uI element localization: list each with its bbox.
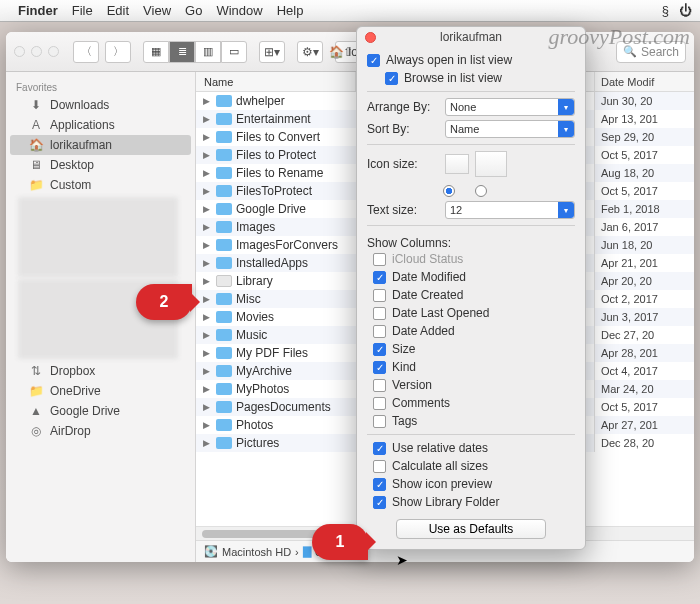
textsize-select[interactable]: 12▾ — [445, 201, 575, 219]
disclosure-icon[interactable]: ▶ — [200, 312, 212, 322]
disclosure-icon[interactable]: ▶ — [200, 348, 212, 358]
disclosure-icon[interactable]: ▶ — [200, 276, 212, 286]
item-name: PagesDocuments — [236, 400, 356, 414]
sidebar-label: AirDrop — [50, 424, 91, 438]
col-date-added-checkbox[interactable] — [373, 325, 386, 338]
close-icon[interactable] — [365, 32, 376, 43]
col-date-created-checkbox[interactable] — [373, 289, 386, 302]
close-icon[interactable] — [14, 46, 25, 57]
disclosure-icon[interactable]: ▶ — [200, 366, 212, 376]
disclosure-icon[interactable]: ▶ — [200, 204, 212, 214]
date-cell: Apr 21, 201 — [594, 254, 694, 272]
disclosure-icon[interactable]: ▶ — [200, 438, 212, 448]
disclosure-icon[interactable]: ▶ — [200, 168, 212, 178]
menu-file[interactable]: File — [72, 3, 93, 18]
disclosure-icon[interactable]: ▶ — [200, 186, 212, 196]
sidebar-item-dropbox[interactable]: ⇅Dropbox — [10, 361, 191, 381]
view-gallery[interactable]: ▭ — [221, 41, 247, 63]
sidebar-label: Downloads — [50, 98, 109, 112]
opt-show-library-folder-checkbox[interactable] — [373, 496, 386, 509]
iconsize-label: Icon size: — [367, 157, 439, 171]
view-switcher: ▦ ≣ ▥ ▭ — [143, 41, 247, 63]
menuextra-1[interactable]: § — [662, 3, 669, 18]
disclosure-icon[interactable]: ▶ — [200, 132, 212, 142]
sidebar-item-lorikaufman[interactable]: 🏠lorikaufman — [10, 135, 191, 155]
menu-view[interactable]: View — [143, 3, 171, 18]
annotation-1: 1 — [312, 524, 368, 560]
minimize-icon[interactable] — [31, 46, 42, 57]
date-cell: Oct 2, 2017 — [594, 290, 694, 308]
opt-show-icon-preview-checkbox[interactable] — [373, 478, 386, 491]
col-size-checkbox[interactable] — [373, 343, 386, 356]
app-name[interactable]: Finder — [18, 3, 58, 18]
sidebar-item-downloads[interactable]: ⬇︎Downloads — [10, 95, 191, 115]
sidebar-icon: ▲ — [28, 404, 44, 418]
sidebar-item-google-drive[interactable]: ▲Google Drive — [10, 401, 191, 421]
use-as-defaults-button[interactable]: Use as Defaults — [396, 519, 546, 539]
opt-calculate-all-sizes-checkbox[interactable] — [373, 460, 386, 473]
disclosure-icon[interactable]: ▶ — [200, 330, 212, 340]
col-tags-checkbox[interactable] — [373, 415, 386, 428]
col-comments-checkbox[interactable] — [373, 397, 386, 410]
search-input[interactable]: 🔍 Search — [616, 41, 686, 63]
disclosure-icon[interactable]: ▶ — [200, 114, 212, 124]
action-button[interactable]: ⚙▾ — [297, 41, 323, 63]
path-seg-0[interactable]: Macintosh HD — [222, 546, 291, 558]
disclosure-icon[interactable]: ▶ — [200, 420, 212, 430]
sidebar-item-desktop[interactable]: 🖥Desktop — [10, 155, 191, 175]
chevron-updown-icon: ▾ — [558, 202, 574, 218]
menu-go[interactable]: Go — [185, 3, 202, 18]
sidebar-label: Google Drive — [50, 404, 120, 418]
folder-icon — [216, 365, 232, 377]
folder-icon — [216, 95, 232, 107]
iconsize-large-radio[interactable] — [475, 185, 487, 197]
col-kind-checkbox[interactable] — [373, 361, 386, 374]
item-name: ImagesForConvers — [236, 238, 356, 252]
sidebar-item-onedrive[interactable]: 📁OneDrive — [10, 381, 191, 401]
view-list[interactable]: ≣ — [169, 41, 195, 63]
arrange-select[interactable]: None▾ — [445, 98, 575, 116]
disclosure-icon[interactable]: ▶ — [200, 258, 212, 268]
zoom-icon[interactable] — [48, 46, 59, 57]
col-date-modified-checkbox[interactable] — [373, 271, 386, 284]
disclosure-icon[interactable]: ▶ — [200, 96, 212, 106]
back-button[interactable]: 〈 — [73, 41, 99, 63]
folder-icon — [216, 383, 232, 395]
view-column[interactable]: ▥ — [195, 41, 221, 63]
iconsize-small-radio[interactable] — [443, 185, 455, 197]
macos-menubar: Finder File Edit View Go Window Help § ⏻ — [0, 0, 700, 22]
disclosure-icon[interactable]: ▶ — [200, 384, 212, 394]
opt-use-relative-dates-checkbox[interactable] — [373, 442, 386, 455]
disclosure-icon[interactable]: ▶ — [200, 402, 212, 412]
menu-help[interactable]: Help — [277, 3, 304, 18]
always-list-checkbox[interactable] — [367, 54, 380, 67]
column-date-hdr[interactable]: Date Modif — [594, 72, 694, 92]
col-date-last-opened-label: Date Last Opened — [392, 306, 489, 320]
view-icon[interactable]: ▦ — [143, 41, 169, 63]
folder-icon — [216, 257, 232, 269]
forward-button[interactable]: 〉 — [105, 41, 131, 63]
sidebar-label: Custom — [50, 178, 91, 192]
disclosure-icon[interactable]: ▶ — [200, 150, 212, 160]
panel-title: lorikaufman — [440, 30, 502, 44]
menu-edit[interactable]: Edit — [107, 3, 129, 18]
sidebar-item-custom[interactable]: 📁Custom — [10, 175, 191, 195]
disclosure-icon[interactable]: ▶ — [200, 222, 212, 232]
col-version-checkbox[interactable] — [373, 379, 386, 392]
sidebar-item-applications[interactable]: AApplications — [10, 115, 191, 135]
date-column: Date Modif Jun 30, 20Apr 13, 201Sep 29, … — [594, 72, 694, 452]
menu-window[interactable]: Window — [216, 3, 262, 18]
column-name[interactable]: Name — [196, 72, 356, 91]
arrange-button[interactable]: ⊞▾ — [259, 41, 285, 63]
sidebar-label: OneDrive — [50, 384, 101, 398]
sidebar-item-airdrop[interactable]: ◎AirDrop — [10, 421, 191, 441]
folder-icon — [216, 437, 232, 449]
item-name: Files to Protect — [236, 148, 356, 162]
disclosure-icon[interactable]: ▶ — [200, 240, 212, 250]
col-date-last-opened-checkbox[interactable] — [373, 307, 386, 320]
date-cell: Oct 5, 2017 — [594, 182, 694, 200]
sort-select[interactable]: Name▾ — [445, 120, 575, 138]
menuextra-2[interactable]: ⏻ — [679, 3, 692, 18]
col-icloud-status-checkbox[interactable] — [373, 253, 386, 266]
browse-list-checkbox[interactable] — [385, 72, 398, 85]
